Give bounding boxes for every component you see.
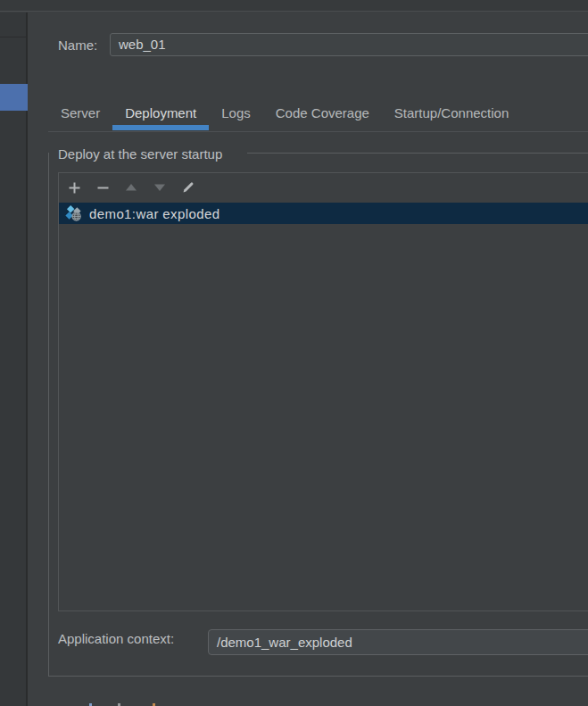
deployment-list-panel: demo1:war exploded [58, 172, 588, 611]
tabpane-border [48, 131, 588, 132]
edit-button[interactable] [178, 175, 199, 200]
application-context-label: Application context: [58, 631, 174, 646]
tab-startup-connection[interactable]: Startup/Connection [382, 98, 521, 131]
tab-code-coverage[interactable]: Code Coverage [263, 98, 382, 131]
groupbox-title: Deploy at the server startup [58, 146, 222, 162]
active-tab-underline [112, 125, 209, 130]
tab-server[interactable]: Server [48, 98, 112, 131]
groupbox-left-border [48, 153, 49, 676]
sidebar-selected-configuration[interactable] [0, 84, 28, 111]
pencil-icon [181, 180, 195, 195]
down-arrow-icon [153, 182, 166, 193]
name-input[interactable]: web_01 [110, 33, 588, 56]
add-button[interactable] [63, 175, 85, 200]
configurations-sidebar[interactable] [0, 12, 28, 706]
window-top-strip [0, 0, 588, 12]
artifact-war-exploded-icon [65, 204, 83, 222]
groupbox-bottom-border [48, 676, 588, 677]
up-arrow-icon [125, 182, 137, 193]
tab-deployment[interactable]: Deployment [112, 98, 209, 131]
name-label: Name: [58, 37, 97, 53]
remove-button[interactable] [92, 175, 113, 200]
move-down-button[interactable] [149, 175, 170, 200]
deployment-list-item[interactable]: demo1:war exploded [59, 203, 588, 224]
deployment-item-label: demo1:war exploded [89, 206, 219, 221]
run-configuration-dialog: Name: web_01 Server Deployment Logs Code… [0, 0, 588, 706]
minus-icon [96, 181, 110, 195]
config-tabs: Server Deployment Logs Code Coverage Sta… [48, 98, 521, 131]
groupbox-title-line [247, 153, 588, 154]
list-toolbar [59, 173, 588, 202]
tab-logs[interactable]: Logs [209, 98, 263, 131]
move-up-button[interactable] [120, 175, 142, 200]
plus-icon [68, 181, 81, 195]
application-context-input[interactable]: /demo1_war_exploded [208, 629, 588, 655]
sidebar-divider [0, 37, 28, 37]
